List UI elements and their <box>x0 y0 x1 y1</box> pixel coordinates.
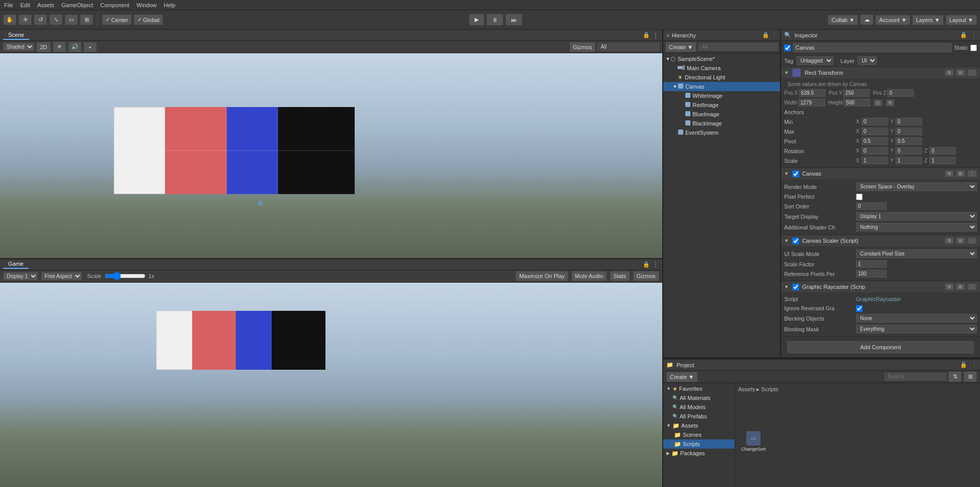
canvas-comp-more-btn[interactable]: ⋮ <box>967 170 977 177</box>
pos-z-input[interactable] <box>887 89 914 97</box>
game-content[interactable] <box>0 283 662 488</box>
gizmos-btn[interactable]: Gizmos <box>569 42 596 52</box>
hier-item-black-image[interactable]: ▶ BlackImage <box>663 119 780 128</box>
graphic-raycaster-more-btn[interactable]: ⋮ <box>967 283 977 290</box>
proj-scripts-folder[interactable]: 📁 Scripts <box>663 439 734 449</box>
scale-z-input[interactable] <box>929 157 956 164</box>
scene-lock-icon[interactable]: 🔒 <box>643 32 650 38</box>
pause-btn[interactable]: ⏸ <box>486 14 503 26</box>
audio-btn[interactable]: 🔊 <box>68 41 81 52</box>
hierarchy-more-icon[interactable]: ⋮ <box>771 32 777 38</box>
project-sort-btn[interactable]: ⇅ <box>948 371 962 382</box>
blocking-mask-select[interactable]: Everything <box>856 325 977 333</box>
active-toggle[interactable] <box>784 45 791 51</box>
hierarchy-create-btn[interactable]: Create ▼ <box>665 42 697 52</box>
ui-scale-mode-select[interactable]: Constant Pixel Size <box>856 249 977 258</box>
scale-x-input[interactable] <box>862 157 888 164</box>
pos-y-input[interactable] <box>843 89 870 97</box>
menu-edit[interactable]: Edit <box>21 2 30 8</box>
blocking-objects-select[interactable]: None <box>856 314 977 323</box>
constrain-btn[interactable]: ⊡ <box>873 99 883 107</box>
pivot-x-input[interactable] <box>862 137 888 145</box>
graphic-raycaster-cog-btn[interactable]: ⚙ <box>945 283 954 290</box>
canvas-comp-paste-btn[interactable]: ⊞ <box>956 170 965 177</box>
static-checkbox[interactable] <box>970 45 977 51</box>
project-search-input[interactable] <box>885 373 946 380</box>
anchor-max-y-input[interactable] <box>895 128 922 135</box>
pivot-toggle-btn[interactable]: ✓ Center <box>102 14 132 25</box>
proj-packages-header[interactable]: ▶ 📁 Packages <box>663 449 734 458</box>
layout-btn[interactable]: Layout ▼ <box>946 15 977 25</box>
canvas-component-header[interactable]: ▼ Canvas ⚙ ⊞ ⋮ <box>781 168 980 179</box>
game-more-icon[interactable]: ⋮ <box>652 260 659 268</box>
add-component-btn[interactable]: Add Component <box>787 341 974 353</box>
hier-item-event-system[interactable]: ▶ EventSystem <box>663 128 780 137</box>
hier-item-canvas[interactable]: ▼ Canvas <box>663 82 780 91</box>
game-gizmos-btn[interactable]: Gizmos <box>633 271 659 281</box>
proj-all-prefabs[interactable]: 🔍 All Prefabs <box>663 412 734 421</box>
stats-btn[interactable]: Stats <box>610 271 630 281</box>
rect-tool-btn[interactable]: ▭ <box>65 14 78 25</box>
rect-transform-more-btn[interactable]: ⋮ <box>967 69 977 76</box>
move-tool-btn[interactable]: ✛ <box>18 14 32 25</box>
project-more-icon[interactable]: ⋮ <box>971 362 977 368</box>
play-btn[interactable]: ▶ <box>469 14 484 26</box>
scale-factor-input[interactable] <box>856 260 887 268</box>
height-input[interactable] <box>844 99 870 107</box>
hierarchy-lock-icon[interactable]: 🔒 <box>762 32 769 38</box>
rot-x-input[interactable] <box>862 147 888 155</box>
canvas-scaler-paste-btn[interactable]: ⊞ <box>956 237 965 244</box>
inspector-lock-icon[interactable]: 🔒 <box>960 32 967 38</box>
proj-assets-header[interactable]: ▼ 📁 Assets <box>663 421 734 430</box>
sort-order-input[interactable] <box>856 202 887 210</box>
hierarchy-search-input[interactable] <box>699 43 778 51</box>
graphic-raycaster-enable-checkbox[interactable] <box>792 284 799 290</box>
rot-y-input[interactable] <box>895 147 922 155</box>
hier-item-main-camera[interactable]: ▶ Main Camera <box>663 63 780 73</box>
additional-shader-select[interactable]: Nothing <box>856 223 977 231</box>
rotate-tool-btn[interactable]: ↺ <box>34 14 47 25</box>
pixel-perfect-checkbox[interactable] <box>856 194 863 200</box>
maximize-on-play-btn[interactable]: Maximize On Play <box>516 271 568 281</box>
hier-item-sample-scene[interactable]: ▼ ⬡ SampleScene* <box>663 54 780 63</box>
menu-window[interactable]: Window <box>136 2 156 8</box>
ignore-reversed-checkbox[interactable] <box>856 305 863 312</box>
proj-scenes-folder[interactable]: 📁 Scenes <box>663 430 734 439</box>
shading-select[interactable]: Shaded <box>3 43 34 51</box>
anchor-max-x-input[interactable] <box>862 128 888 135</box>
canvas-scaler-header[interactable]: ▼ Canvas Scaler (Script) ⚙ ⊞ ⋮ <box>781 235 980 246</box>
inspector-more-icon[interactable]: ⋮ <box>971 32 977 38</box>
proj-all-models[interactable]: 🔍 All Models <box>663 403 734 412</box>
canvas-scaler-cog-btn[interactable]: ⚙ <box>945 237 954 244</box>
pivot-y-input[interactable] <box>895 137 922 145</box>
canvas-comp-enable-checkbox[interactable] <box>792 171 799 177</box>
mute-audio-btn[interactable]: Mute Audio <box>571 271 607 281</box>
anchor-min-x-input[interactable] <box>862 118 888 125</box>
account-btn[interactable]: Account ▼ <box>875 15 910 25</box>
scene-search-input[interactable] <box>598 43 659 51</box>
scene-tab[interactable]: Scene <box>3 31 29 40</box>
project-create-btn[interactable]: Create ▼ <box>666 372 698 382</box>
2d-btn[interactable]: 2D <box>36 42 51 52</box>
pos-x-input[interactable] <box>799 89 826 97</box>
proj-favorites-header[interactable]: ▼ ★ Favorites <box>663 384 734 393</box>
graphic-raycaster-header[interactable]: ▼ Graphic Raycaster (Scrip ⚙ ⊞ ⋮ <box>781 281 980 292</box>
hier-item-blue-image[interactable]: ▶ BlueImage <box>663 110 780 119</box>
width-input[interactable] <box>799 99 825 107</box>
layers-btn[interactable]: Layers ▼ <box>912 15 944 25</box>
cloud-btn[interactable]: ☁ <box>860 14 873 25</box>
hier-item-red-image[interactable]: ▶ RedImage <box>663 100 780 110</box>
canvas-scaler-more-btn[interactable]: ⋮ <box>967 237 977 244</box>
graphic-raycaster-paste-btn[interactable]: ⊞ <box>956 283 965 290</box>
collab-btn[interactable]: Collab ▼ <box>828 15 858 25</box>
proj-file-changesort[interactable]: C# ChangeSort <box>738 431 769 452</box>
scale-tool-btn[interactable]: ⤡ <box>49 14 63 25</box>
menu-gameobject[interactable]: GameObject <box>62 2 93 8</box>
render-mode-select[interactable]: Screen Space - Overlay <box>856 182 977 191</box>
aspect-select[interactable]: Free Aspect <box>41 272 82 281</box>
hier-item-directional-light[interactable]: ▶ ☀ Directional Light <box>663 73 780 82</box>
layer-select[interactable]: UI <box>858 56 877 65</box>
menu-file[interactable]: File <box>4 2 13 8</box>
menu-component[interactable]: Component <box>100 2 129 8</box>
project-lock-icon[interactable]: 🔒 <box>960 362 967 368</box>
